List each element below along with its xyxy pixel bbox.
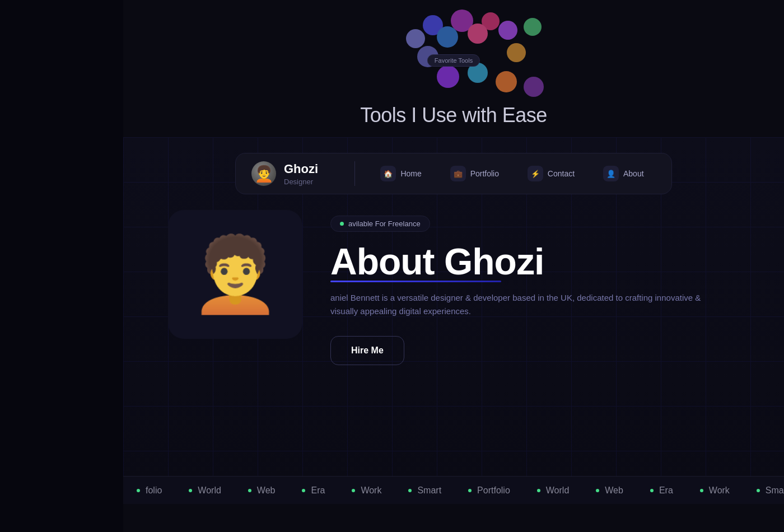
available-dot [340,222,344,226]
ticker-item: Web [582,486,637,496]
home-icon: 🏠 [380,166,396,181]
available-badge: avilable For Freelance [330,216,430,232]
nav-link-portfolio-label: Portfolio [470,169,499,178]
contact-icon: ⚡ [528,166,543,181]
hero-avatar-image: 🧑‍🦱 [190,238,281,311]
ticker-track: folioWorldWebEraWorkSmartPortfolioWorldW… [123,486,784,496]
nav-divider [354,161,355,186]
tool-icon-7 [498,21,517,40]
ticker-item: World [175,486,235,496]
nav-subtitle: Designer [284,178,318,186]
nav-avatar-emoji: 🧑‍🦱 [254,165,274,183]
ticker-item: Smart [743,486,784,496]
nav-link-about-label: About [623,169,644,178]
ticker-item-text: Work [361,486,381,496]
ticker-dot [700,489,703,492]
tool-icon-6 [468,24,488,44]
tools-title: Tools I Use with Ease [360,104,547,127]
tool-icon-13 [496,71,517,92]
nav-link-about[interactable]: 👤 About [595,161,652,186]
tool-icon-10 [507,43,526,62]
left-panel [0,0,123,532]
portfolio-icon: 💼 [450,166,466,181]
tool-icon-4 [406,29,425,48]
hero-avatar: 🧑‍🦱 [168,210,302,339]
nav-link-home[interactable]: 🏠 Home [372,161,429,186]
tool-icon-5 [437,26,458,48]
ticker-item-text: Web [605,486,623,496]
tool-icon-11 [437,66,459,88]
hero-section: 🧑‍🦱 avilable For Freelance About Ghozi a… [168,210,739,365]
nav-brand-text: Ghozi Designer [284,162,318,186]
ticker-item-text: Web [257,486,276,496]
nav-name: Ghozi [284,162,318,176]
nav-link-contact-label: Contact [548,169,575,178]
ticker-dot [352,489,355,492]
nav-link-home-label: Home [400,169,421,178]
nav-link-portfolio[interactable]: 💼 Portfolio [442,161,507,186]
ticker-bar: folioWorldWebEraWorkSmartPortfolioWorldW… [123,476,784,504]
ticker-item-text: Era [659,486,673,496]
hero-title: About Ghozi [330,243,739,280]
ticker-item: Smart [395,486,455,496]
nav-brand: 🧑‍🦱 Ghozi Designer [251,161,341,186]
hero-text: avilable For Freelance About Ghozi aniel… [330,210,739,365]
ticker-item: Work [687,486,743,496]
ticker-item: Portfolio [455,486,524,496]
nav-links: 🏠 Home 💼 Portfolio ⚡ Contact 👤 About [368,161,656,186]
ticker-dot [468,489,472,492]
ticker-item-text: Portfolio [477,486,510,496]
ticker-dot [650,489,654,492]
tools-icons-container: Favorite Tools [356,10,552,99]
favorite-tools-label: Favorite Tools [427,54,480,67]
about-icon: 👤 [603,166,619,181]
ticker-item-text: World [546,486,570,496]
tools-section: Favorite Tools Tools I Use with Ease [123,0,784,137]
ticker-item: World [524,486,583,496]
ticker-dot [596,489,599,492]
ticker-item: Era [637,486,687,496]
ticker-dot [408,489,412,492]
main-content: 🧑‍🦱 Ghozi Designer 🏠 Home 💼 Portfolio ⚡ … [123,137,784,504]
ticker-item-text: Smart [766,486,784,496]
ticker-item-text: Smart [417,486,441,496]
ticker-item: Work [338,486,395,496]
ticker-item: Web [235,486,289,496]
hero-title-text: About Ghozi [330,243,544,280]
ticker-item-text: Work [709,486,730,496]
ticker-dot [537,489,540,492]
nav-avatar: 🧑‍🦱 [251,161,276,186]
ticker-item-text: Era [311,486,325,496]
nav-link-contact[interactable]: ⚡ Contact [520,161,582,186]
ticker-item: Era [288,486,338,496]
hero-description: aniel Bennett is a versatile designer & … [330,291,711,318]
ticker-dot [248,489,251,492]
ticker-dot [757,489,760,492]
hire-me-button[interactable]: Hire Me [330,336,404,365]
ticker-dot [302,489,305,492]
tool-icon-8 [524,18,542,36]
tool-icon-14 [524,77,544,97]
ticker-item: folio [123,486,175,496]
available-badge-text: avilable For Freelance [348,220,421,228]
ticker-item-text: folio [146,486,162,496]
ticker-item-text: World [198,486,221,496]
navbar: 🧑‍🦱 Ghozi Designer 🏠 Home 💼 Portfolio ⚡ … [235,153,672,194]
ticker-dot [189,489,192,492]
ticker-dot [137,489,140,492]
